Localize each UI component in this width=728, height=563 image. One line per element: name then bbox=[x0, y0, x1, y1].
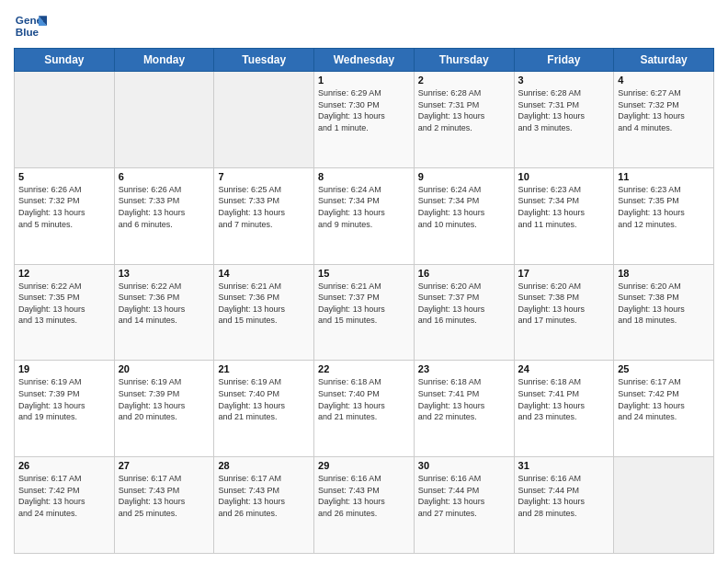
day-number: 11 bbox=[618, 171, 710, 182]
calendar-cell: 31Sunrise: 6:16 AM Sunset: 7:44 PM Dayli… bbox=[514, 457, 614, 554]
day-number: 6 bbox=[119, 171, 210, 182]
day-info: Sunrise: 6:29 AM Sunset: 7:30 PM Dayligh… bbox=[318, 87, 410, 133]
calendar-cell: 5Sunrise: 6:26 AM Sunset: 7:32 PM Daylig… bbox=[15, 167, 115, 264]
calendar-cell: 16Sunrise: 6:20 AM Sunset: 7:37 PM Dayli… bbox=[414, 264, 514, 361]
calendar-header-row: SundayMondayTuesdayWednesdayThursdayFrid… bbox=[15, 49, 714, 72]
calendar-cell: 27Sunrise: 6:17 AM Sunset: 7:43 PM Dayli… bbox=[114, 457, 214, 554]
day-info: Sunrise: 6:16 AM Sunset: 7:44 PM Dayligh… bbox=[418, 473, 510, 519]
calendar-week-row: 5Sunrise: 6:26 AM Sunset: 7:32 PM Daylig… bbox=[15, 167, 714, 264]
day-number: 13 bbox=[119, 268, 210, 279]
day-number: 14 bbox=[218, 268, 310, 279]
day-number: 27 bbox=[119, 460, 210, 471]
calendar-week-row: 19Sunrise: 6:19 AM Sunset: 7:39 PM Dayli… bbox=[15, 361, 714, 457]
day-info: Sunrise: 6:19 AM Sunset: 7:39 PM Dayligh… bbox=[18, 376, 110, 422]
calendar-cell: 21Sunrise: 6:19 AM Sunset: 7:40 PM Dayli… bbox=[214, 361, 314, 457]
day-info: Sunrise: 6:21 AM Sunset: 7:37 PM Dayligh… bbox=[318, 281, 410, 327]
calendar-week-row: 1Sunrise: 6:29 AM Sunset: 7:30 PM Daylig… bbox=[15, 72, 714, 168]
day-info: Sunrise: 6:21 AM Sunset: 7:36 PM Dayligh… bbox=[218, 281, 310, 327]
calendar-cell: 25Sunrise: 6:17 AM Sunset: 7:42 PM Dayli… bbox=[614, 361, 714, 457]
day-number: 26 bbox=[18, 460, 110, 471]
calendar-day-header: Thursday bbox=[414, 49, 514, 72]
day-number: 8 bbox=[318, 171, 410, 182]
day-info: Sunrise: 6:17 AM Sunset: 7:43 PM Dayligh… bbox=[119, 473, 210, 519]
calendar-cell: 18Sunrise: 6:20 AM Sunset: 7:38 PM Dayli… bbox=[614, 264, 714, 361]
day-number: 7 bbox=[218, 171, 310, 182]
day-info: Sunrise: 6:18 AM Sunset: 7:40 PM Dayligh… bbox=[318, 376, 410, 422]
calendar-cell: 11Sunrise: 6:23 AM Sunset: 7:35 PM Dayli… bbox=[614, 167, 714, 264]
svg-text:Blue: Blue bbox=[16, 26, 40, 38]
header: General Blue bbox=[14, 9, 714, 42]
calendar-cell: 1Sunrise: 6:29 AM Sunset: 7:30 PM Daylig… bbox=[314, 72, 415, 168]
day-number: 25 bbox=[618, 363, 710, 374]
calendar-cell bbox=[15, 72, 115, 168]
day-info: Sunrise: 6:19 AM Sunset: 7:40 PM Dayligh… bbox=[218, 376, 310, 422]
day-number: 2 bbox=[418, 75, 510, 86]
day-info: Sunrise: 6:22 AM Sunset: 7:35 PM Dayligh… bbox=[18, 281, 110, 327]
calendar-day-header: Sunday bbox=[15, 49, 115, 72]
day-number: 31 bbox=[518, 460, 610, 471]
day-number: 24 bbox=[518, 363, 610, 374]
day-number: 22 bbox=[318, 363, 410, 374]
generalblue-icon: General Blue bbox=[14, 9, 47, 42]
day-number: 15 bbox=[318, 268, 410, 279]
day-info: Sunrise: 6:22 AM Sunset: 7:36 PM Dayligh… bbox=[119, 281, 210, 327]
day-number: 29 bbox=[318, 460, 410, 471]
day-number: 21 bbox=[218, 363, 310, 374]
calendar-cell: 28Sunrise: 6:17 AM Sunset: 7:43 PM Dayli… bbox=[214, 457, 314, 554]
day-number: 1 bbox=[318, 75, 410, 86]
day-info: Sunrise: 6:26 AM Sunset: 7:32 PM Dayligh… bbox=[18, 184, 110, 230]
day-info: Sunrise: 6:16 AM Sunset: 7:43 PM Dayligh… bbox=[318, 473, 410, 519]
day-number: 9 bbox=[418, 171, 510, 182]
calendar-day-header: Friday bbox=[514, 49, 614, 72]
calendar-cell: 24Sunrise: 6:18 AM Sunset: 7:41 PM Dayli… bbox=[514, 361, 614, 457]
day-info: Sunrise: 6:27 AM Sunset: 7:32 PM Dayligh… bbox=[618, 87, 710, 133]
calendar-cell: 19Sunrise: 6:19 AM Sunset: 7:39 PM Dayli… bbox=[15, 361, 115, 457]
day-number: 20 bbox=[119, 363, 210, 374]
day-info: Sunrise: 6:23 AM Sunset: 7:35 PM Dayligh… bbox=[618, 184, 710, 230]
calendar-cell: 10Sunrise: 6:23 AM Sunset: 7:34 PM Dayli… bbox=[514, 167, 614, 264]
calendar-cell: 22Sunrise: 6:18 AM Sunset: 7:40 PM Dayli… bbox=[314, 361, 415, 457]
day-number: 16 bbox=[418, 268, 510, 279]
calendar-cell: 2Sunrise: 6:28 AM Sunset: 7:31 PM Daylig… bbox=[414, 72, 514, 168]
calendar-cell: 8Sunrise: 6:24 AM Sunset: 7:34 PM Daylig… bbox=[314, 167, 415, 264]
calendar-cell: 12Sunrise: 6:22 AM Sunset: 7:35 PM Dayli… bbox=[15, 264, 115, 361]
day-info: Sunrise: 6:20 AM Sunset: 7:38 PM Dayligh… bbox=[618, 281, 710, 327]
calendar-day-header: Tuesday bbox=[214, 49, 314, 72]
calendar-cell: 14Sunrise: 6:21 AM Sunset: 7:36 PM Dayli… bbox=[214, 264, 314, 361]
day-info: Sunrise: 6:17 AM Sunset: 7:42 PM Dayligh… bbox=[618, 376, 710, 422]
day-number: 17 bbox=[518, 268, 610, 279]
day-number: 4 bbox=[618, 75, 710, 86]
calendar-cell: 3Sunrise: 6:28 AM Sunset: 7:31 PM Daylig… bbox=[514, 72, 614, 168]
calendar-cell: 26Sunrise: 6:17 AM Sunset: 7:42 PM Dayli… bbox=[15, 457, 115, 554]
day-number: 30 bbox=[418, 460, 510, 471]
day-info: Sunrise: 6:28 AM Sunset: 7:31 PM Dayligh… bbox=[518, 87, 610, 133]
calendar-cell: 7Sunrise: 6:25 AM Sunset: 7:33 PM Daylig… bbox=[214, 167, 314, 264]
day-info: Sunrise: 6:19 AM Sunset: 7:39 PM Dayligh… bbox=[119, 376, 210, 422]
calendar-cell bbox=[214, 72, 314, 168]
day-number: 23 bbox=[418, 363, 510, 374]
day-number: 12 bbox=[18, 268, 110, 279]
day-number: 10 bbox=[518, 171, 610, 182]
calendar-cell: 30Sunrise: 6:16 AM Sunset: 7:44 PM Dayli… bbox=[414, 457, 514, 554]
calendar-cell bbox=[614, 457, 714, 554]
calendar-cell: 15Sunrise: 6:21 AM Sunset: 7:37 PM Dayli… bbox=[314, 264, 415, 361]
calendar-table: SundayMondayTuesdayWednesdayThursdayFrid… bbox=[14, 48, 714, 554]
logo: General Blue bbox=[14, 9, 47, 42]
day-number: 5 bbox=[18, 171, 110, 182]
day-info: Sunrise: 6:17 AM Sunset: 7:43 PM Dayligh… bbox=[218, 473, 310, 519]
calendar-week-row: 26Sunrise: 6:17 AM Sunset: 7:42 PM Dayli… bbox=[15, 457, 714, 554]
day-info: Sunrise: 6:17 AM Sunset: 7:42 PM Dayligh… bbox=[18, 473, 110, 519]
calendar-cell: 23Sunrise: 6:18 AM Sunset: 7:41 PM Dayli… bbox=[414, 361, 514, 457]
calendar-cell: 29Sunrise: 6:16 AM Sunset: 7:43 PM Dayli… bbox=[314, 457, 415, 554]
calendar-cell: 4Sunrise: 6:27 AM Sunset: 7:32 PM Daylig… bbox=[614, 72, 714, 168]
day-info: Sunrise: 6:24 AM Sunset: 7:34 PM Dayligh… bbox=[418, 184, 510, 230]
calendar-cell: 13Sunrise: 6:22 AM Sunset: 7:36 PM Dayli… bbox=[114, 264, 214, 361]
day-number: 18 bbox=[618, 268, 710, 279]
calendar-week-row: 12Sunrise: 6:22 AM Sunset: 7:35 PM Dayli… bbox=[15, 264, 714, 361]
day-number: 28 bbox=[218, 460, 310, 471]
day-info: Sunrise: 6:20 AM Sunset: 7:38 PM Dayligh… bbox=[518, 281, 610, 327]
calendar-cell: 17Sunrise: 6:20 AM Sunset: 7:38 PM Dayli… bbox=[514, 264, 614, 361]
day-info: Sunrise: 6:28 AM Sunset: 7:31 PM Dayligh… bbox=[418, 87, 510, 133]
day-info: Sunrise: 6:18 AM Sunset: 7:41 PM Dayligh… bbox=[518, 376, 610, 422]
day-info: Sunrise: 6:16 AM Sunset: 7:44 PM Dayligh… bbox=[518, 473, 610, 519]
